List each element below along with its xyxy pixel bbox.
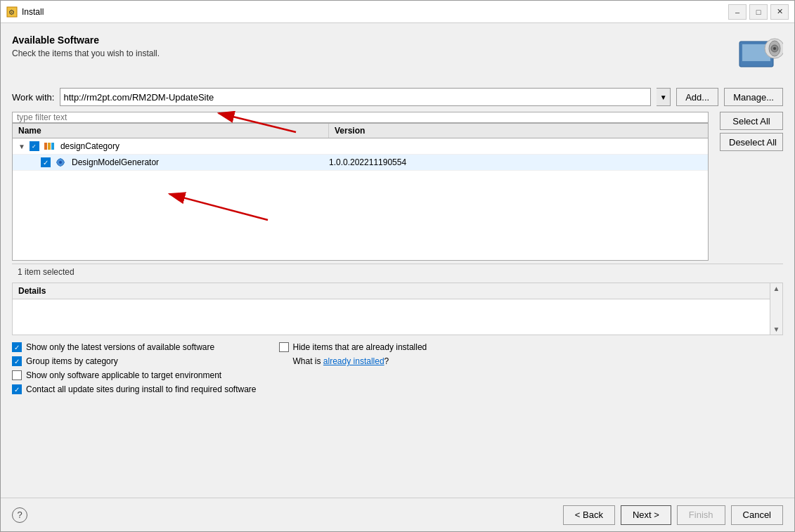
option-checkbox-3[interactable] [12,370,22,380]
category-name: designCategory [60,141,119,151]
deselect-all-button[interactable]: Deselect All [720,133,783,151]
category-icon [44,141,55,152]
option-label-5: Hide items that are already installed [293,342,427,352]
finish-button[interactable]: Finish [677,505,725,525]
maximize-button[interactable]: □ [749,4,768,20]
table-body: ▼ ✓ designCate [12,138,709,261]
option-label-3: Show only software applicable to target … [26,370,221,380]
scroll-up-arrow[interactable]: ▲ [773,285,780,292]
scroll-down-arrow[interactable]: ▼ [773,325,780,333]
footer-buttons: < Back Next > Finish Cancel [563,505,783,525]
back-button[interactable]: < Back [563,505,615,525]
option-item: ✓ Show only the latest versions of avail… [12,342,257,352]
option-item: ✓ Contact all update sites during instal… [12,384,257,394]
right-buttons: Select All Deselect All [720,112,783,151]
option-item: ✓ Group items by category [12,356,257,366]
name-cell: ▼ ✓ designCate [18,141,329,152]
plugin-icon [55,157,66,168]
plugin-name: DesignModelGenerator [72,157,159,167]
option-checkbox-2[interactable]: ✓ [12,356,22,366]
page-title: Available Software [12,34,160,46]
minimize-button[interactable]: – [728,4,746,20]
table-row[interactable]: ▼ ✓ designCate [13,138,708,155]
close-button[interactable]: ✕ [770,4,789,20]
work-with-row: Work with: ▼ Add... Manage... [12,88,783,106]
expand-arrow[interactable]: ▼ [18,143,25,150]
option-label-1: Show only the latest versions of availab… [26,342,214,352]
software-table: Name Version ▼ ✓ [12,123,709,261]
filter-area: Name Version ▼ ✓ [12,112,783,261]
manage-button[interactable]: Manage... [724,88,783,106]
svg-rect-8 [44,143,47,150]
header-text: Available Software Check the items that … [12,34,160,58]
install-window: ⚙ Install – □ ✕ Available Software Check… [0,0,795,532]
svg-point-7 [773,47,776,50]
help-icon: ? [17,510,22,520]
window-icon: ⚙ [6,6,18,18]
option-item: What is already installed? [293,356,427,366]
help-button[interactable]: ? [12,507,27,523]
svg-point-12 [59,161,62,164]
work-with-dropdown[interactable]: ▼ [657,88,671,106]
option-checkbox-4[interactable]: ✓ [12,384,22,394]
details-content: Details [13,283,770,335]
status-bar: 1 item selected [12,264,783,280]
header-section: Available Software Check the items that … [12,34,783,79]
table-header: Name Version [12,123,709,138]
page-subtitle: Check the items that you wish to install… [12,48,160,58]
details-scrollbar[interactable]: ▲ ▼ [770,283,782,335]
table-container: Name Version ▼ ✓ [12,112,709,261]
option-item: Hide items that are already installed [279,342,427,352]
svg-rect-16 [60,164,61,167]
select-all-button[interactable]: Select All [720,112,783,130]
option-checkbox-5[interactable] [279,342,289,352]
option-checkbox-1[interactable]: ✓ [12,342,22,352]
add-button[interactable]: Add... [676,88,718,106]
plugin-checkbox[interactable]: ✓ [41,157,51,167]
cancel-button[interactable]: Cancel [731,505,783,525]
footer: ? < Back Next > Finish Cancel [1,498,794,531]
col-name: Name [13,124,329,138]
main-content: Available Software Check the items that … [1,23,794,498]
option-label-2: Group items by category [26,356,118,366]
next-button[interactable]: Next > [621,505,671,525]
title-controls: – □ ✕ [728,4,789,20]
details-body [13,299,770,335]
work-with-input[interactable] [60,88,651,106]
col-version: Version [329,124,708,138]
option-item: Show only software applicable to target … [12,370,257,380]
options-col-1: ✓ Show only the latest versions of avail… [12,342,257,394]
filter-input[interactable] [12,112,709,123]
svg-rect-10 [51,143,54,150]
title-bar: ⚙ Install – □ ✕ [1,1,794,23]
options-section: ✓ Show only the latest versions of avail… [12,342,783,394]
details-section: Details ▲ ▼ [12,283,783,335]
plugin-version: 1.0.0.202211190554 [329,157,702,167]
svg-rect-13 [56,162,58,163]
option-label-6: What is already installed? [293,356,389,366]
svg-rect-9 [48,143,51,150]
window-title: Install [22,7,44,17]
options-col-2: Hide items that are already installed Wh… [279,342,427,366]
category-checkbox[interactable]: ✓ [30,141,39,151]
name-cell: ✓ [18,157,329,168]
option-label-4: Contact all update sites during install … [26,384,257,394]
svg-rect-15 [60,158,61,160]
eclipse-icon [738,34,783,79]
status-text: 1 item selected [18,267,75,277]
svg-text:⚙: ⚙ [8,8,15,16]
already-installed-link[interactable]: already installed [323,356,384,366]
details-header: Details [13,283,770,299]
svg-rect-14 [63,162,65,163]
table-row[interactable]: ✓ [13,155,708,171]
work-with-label: Work with: [12,92,54,103]
